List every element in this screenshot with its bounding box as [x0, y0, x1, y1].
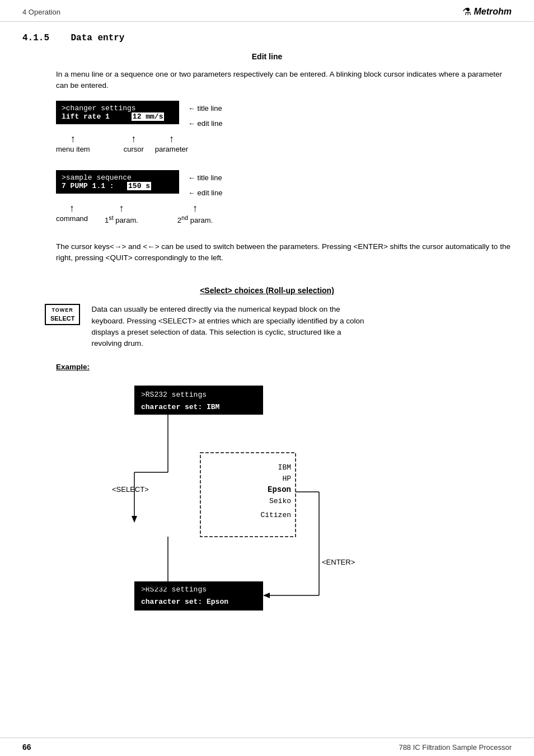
box2-line2: 7 PUMP 1.1 : 150 s	[62, 182, 174, 190]
metrohm-logo-icon: ⚗	[462, 6, 471, 18]
drum-diagram-container: >RS232 settings character set: IBM <SELE…	[78, 380, 512, 673]
b2-arrow2-up: ↑	[119, 203, 124, 214]
box2-line1: >sample sequence	[62, 173, 174, 182]
b2-arrow1-group: ↑ command	[56, 203, 88, 223]
b2-arrow3-up: ↑	[193, 203, 198, 214]
section-heading: 4.1.5 Data entry	[22, 33, 512, 43]
arrow3-up: ↑	[169, 133, 174, 145]
edit-line-intro: In a menu line or a sequence one or two …	[56, 69, 512, 92]
header-logo: ⚗ Metrohm	[462, 6, 512, 18]
box1-diagram: >changer settings lift rate 1 12 mm/s ← …	[56, 101, 512, 153]
main-content: 4.1.5 Data entry Edit line In a menu lin…	[0, 22, 534, 706]
box1-line2-left: lift rate 1	[62, 112, 110, 121]
display-box-2: >sample sequence 7 PUMP 1.1 : 150 s	[56, 170, 179, 194]
svg-text:Citizen: Citizen	[260, 511, 291, 519]
b2-arrow2-group: ↑ 1st param.	[105, 203, 138, 224]
tower-select-button[interactable]: TOWER SELECT	[45, 304, 80, 325]
footer-page-number: 66	[22, 743, 31, 752]
svg-text:character set: Epson: character set: Epson	[141, 598, 228, 606]
section-title: Data entry	[71, 33, 124, 43]
footer-title: 788 IC Filtration Sample Processor	[399, 743, 512, 752]
box1-label1: ← title line	[188, 104, 222, 112]
svg-text:HP: HP	[282, 475, 291, 483]
select-heading: <Select> choices (Roll-up selection)	[22, 286, 512, 295]
svg-text:>RS232 settings: >RS232 settings	[141, 391, 207, 399]
tower-label: TOWER	[50, 307, 74, 313]
svg-text:<SELECT>: <SELECT>	[112, 485, 149, 494]
b2-arrow2-label: 1st param.	[105, 214, 138, 224]
box1-line1: >changer settings	[62, 104, 174, 112]
select-section: <Select> choices (Roll-up selection) TOW…	[22, 286, 512, 673]
svg-text:<ENTER>: <ENTER>	[322, 558, 355, 566]
box2-with-labels: >sample sequence 7 PUMP 1.1 : 150 s ← ti…	[56, 170, 512, 200]
arrow1-label: menu item	[56, 145, 90, 153]
svg-marker-20	[263, 593, 270, 598]
footer: 66 788 IC Filtration Sample Processor	[0, 738, 534, 756]
box1-line2: lift rate 1 12 mm/s	[62, 112, 174, 121]
arrow2-label: cursor	[124, 145, 144, 153]
b2-arrow1-label: command	[56, 214, 88, 223]
box2-cursor: 150 s	[127, 182, 151, 190]
b2-arrow3-label: 2nd param.	[177, 214, 213, 224]
box2-diagram: >sample sequence 7 PUMP 1.1 : 150 s ← ti…	[56, 170, 512, 224]
svg-marker-6	[132, 516, 137, 523]
display-box-1: >changer settings lift rate 1 12 mm/s	[56, 101, 179, 124]
arrow1-group: ↑ menu item	[56, 133, 90, 153]
box2-label1: ← title line	[188, 173, 222, 182]
example-heading: Example:	[56, 363, 512, 371]
box2-line2-left: 7 PUMP 1.1 :	[62, 182, 114, 190]
b2-arrow1-up: ↑	[69, 203, 74, 214]
box2-labels: ← title line ← edit line	[188, 170, 222, 200]
box2-arrows-row: ↑ command ↑ 1st param. ↑ 2nd param.	[56, 203, 512, 224]
select-label: SELECT	[50, 315, 74, 322]
svg-text:Seiko: Seiko	[269, 497, 291, 505]
box1-arrows-row: ↑ menu item ↑ cursor ↑ parameter	[56, 133, 512, 153]
box1-cursor: 12 mm/s	[132, 112, 165, 121]
header-section: 4 Operation	[22, 8, 60, 16]
select-description: Data can usually be entered directly via…	[91, 304, 371, 349]
svg-text:character set:   IBM: character set: IBM	[141, 403, 220, 411]
cursor-keys-text: The cursor keys<→> and <←> can be used t…	[56, 241, 512, 264]
box2-label2: ← edit line	[188, 189, 222, 197]
arrow2-group: ↑ cursor	[124, 133, 144, 153]
drum-diagram-svg: >RS232 settings character set: IBM <SELE…	[78, 380, 392, 671]
b2-arrow3-group: ↑ 2nd param.	[177, 203, 213, 224]
edit-line-heading: Edit line	[22, 52, 512, 61]
arrow1-up: ↑	[71, 133, 76, 145]
select-body: TOWER SELECT Data can usually be entered…	[45, 304, 512, 349]
arrow3-label: parameter	[155, 145, 188, 153]
box1-with-labels: >changer settings lift rate 1 12 mm/s ← …	[56, 101, 512, 131]
arrow3-group: ↑ parameter	[155, 133, 188, 153]
box1-label2: ← edit line	[188, 119, 222, 128]
metrohm-logo-text: Metrohm	[474, 7, 512, 17]
svg-text:IBM: IBM	[278, 463, 291, 472]
header: 4 Operation ⚗ Metrohm	[0, 0, 534, 22]
page: 4 Operation ⚗ Metrohm 4.1.5 Data entry E…	[0, 0, 534, 756]
section-number: 4.1.5	[22, 33, 49, 43]
arrow2-up: ↑	[131, 133, 136, 145]
box1-labels: ← title line ← edit line	[188, 101, 222, 131]
svg-text:Epson: Epson	[268, 485, 291, 494]
